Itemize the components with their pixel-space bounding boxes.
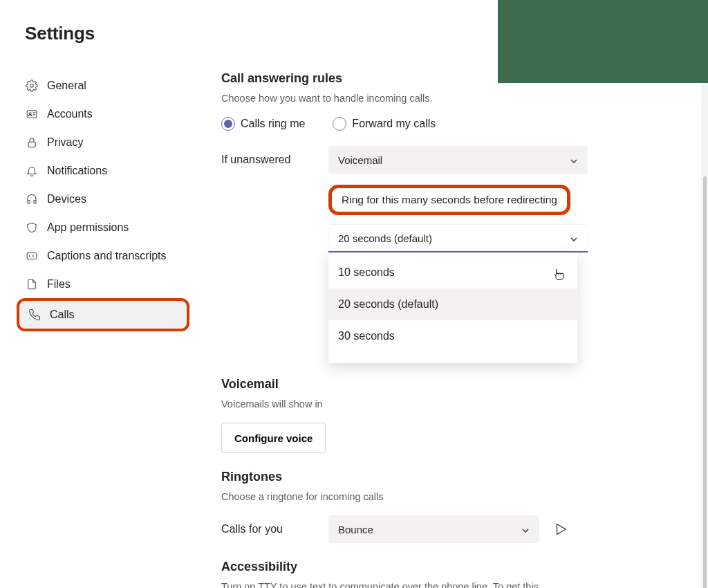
sidebar-item-captions[interactable]: Captions and transcripts (17, 241, 189, 270)
sidebar-item-label: Accounts (47, 108, 93, 120)
section-heading: Voicemail (221, 377, 588, 392)
sidebar-item-label: Captions and transcripts (47, 250, 167, 262)
headset-icon (25, 192, 39, 206)
svg-point-0 (30, 84, 34, 87)
radio-indicator (333, 117, 346, 131)
calls-for-you-label: Calls for you (221, 523, 328, 535)
overlay-block (498, 0, 708, 83)
calls-for-you-row: Calls for you Bounce (221, 515, 588, 543)
sidebar-item-label: Files (47, 278, 71, 291)
ring-duration-dropdown: 10 seconds 20 seconds (default) 30 secon… (328, 252, 577, 363)
select-value: 20 seconds (default) (338, 232, 432, 244)
chevron-down-icon (521, 525, 530, 533)
if-unanswered-label: If unanswered (221, 154, 328, 166)
radio-label: Forward my calls (352, 118, 436, 130)
svg-point-2 (29, 112, 31, 114)
file-icon (25, 277, 39, 291)
sidebar-item-label: Notifications (47, 165, 107, 177)
settings-page: Settings General Accounts Privacy Notifi… (0, 0, 708, 588)
page-title: Settings (25, 23, 95, 44)
id-card-icon (25, 107, 39, 121)
section-description: Choose a ringtone for incoming calls (221, 490, 588, 504)
phone-icon (28, 308, 41, 322)
svg-rect-3 (28, 142, 36, 147)
sidebar-item-label: App permissions (47, 221, 129, 234)
bell-icon (25, 164, 39, 178)
sidebar-item-general[interactable]: General (17, 71, 189, 100)
ring-duration-label: Ring for this many seconds before redire… (342, 194, 557, 205)
accessibility-section: Accessibility Turn on TTY to use text to… (221, 560, 588, 588)
ring-duration-label-row: Ring for this many seconds before redire… (221, 185, 588, 215)
ringtones-section: Ringtones Choose a ringtone for incoming… (221, 470, 588, 543)
ring-duration-label-highlighted: Ring for this many seconds before redire… (328, 185, 570, 215)
chevron-down-icon (570, 156, 578, 164)
scrollbar-track[interactable] (701, 83, 708, 588)
sidebar-item-accounts[interactable]: Accounts (17, 100, 189, 128)
sidebar-item-label: Calls (50, 309, 75, 321)
select-value: Voicemail (338, 154, 382, 166)
sidebar-item-label: Privacy (47, 136, 83, 149)
lock-icon (25, 136, 39, 149)
svg-rect-5 (34, 200, 36, 203)
ring-duration-select-row: 20 seconds (default) 10 seconds 20 secon… (221, 225, 588, 252)
section-heading: Ringtones (221, 470, 588, 484)
gear-icon (25, 79, 39, 93)
svg-rect-6 (27, 252, 37, 259)
configure-voicemail-button[interactable]: Configure voice (221, 423, 326, 453)
dropdown-option-10-seconds[interactable]: 10 seconds (328, 257, 577, 288)
call-answering-rules-section: Call answering rules Choose how you want… (221, 71, 588, 252)
radio-calls-ring-me[interactable]: Calls ring me (221, 117, 305, 131)
cc-icon (25, 249, 39, 263)
svg-rect-4 (28, 200, 30, 203)
if-unanswered-select[interactable]: Voicemail (328, 146, 588, 174)
chevron-down-icon (570, 234, 578, 242)
call-handling-radio-group: Calls ring me Forward my calls (221, 117, 588, 131)
voicemail-section: Voicemail Voicemails will show in Config… (221, 377, 588, 453)
radio-indicator-selected (221, 117, 235, 131)
ring-duration-select[interactable]: 20 seconds (default) (328, 225, 588, 252)
sidebar-item-label: Devices (47, 193, 86, 205)
settings-main: Call answering rules Choose how you want… (221, 71, 588, 588)
dropdown-option-30-seconds[interactable]: 30 seconds (328, 320, 577, 352)
sidebar-item-calls[interactable]: Calls (17, 298, 189, 331)
play-ringtone-button[interactable] (553, 522, 568, 537)
sidebar-item-devices[interactable]: Devices (17, 185, 189, 213)
select-value: Bounce (338, 524, 373, 535)
svg-rect-1 (27, 110, 37, 118)
dropdown-option-20-seconds[interactable]: 20 seconds (default) (328, 288, 577, 320)
scrollbar-thumb[interactable] (703, 176, 707, 588)
sidebar-item-files[interactable]: Files (17, 270, 189, 298)
calls-for-you-select[interactable]: Bounce (328, 515, 539, 543)
settings-sidebar: General Accounts Privacy Notifications D… (17, 71, 189, 331)
section-description: Turn on TTY to use text to communicate o… (221, 580, 567, 588)
section-description: Choose how you want to handle incoming c… (221, 91, 588, 106)
cursor-pointer-icon (552, 267, 566, 284)
radio-label: Calls ring me (241, 118, 305, 130)
sidebar-item-app-permissions[interactable]: App permissions (17, 213, 189, 241)
sidebar-item-label: General (47, 80, 86, 92)
sidebar-item-notifications[interactable]: Notifications (17, 156, 189, 185)
if-unanswered-row: If unanswered Voicemail (221, 146, 588, 174)
radio-forward-my-calls[interactable]: Forward my calls (333, 117, 436, 131)
sidebar-item-privacy[interactable]: Privacy (17, 128, 189, 156)
shield-icon (25, 221, 39, 235)
section-heading: Accessibility (221, 560, 588, 574)
section-description: Voicemails will show in (221, 397, 588, 412)
